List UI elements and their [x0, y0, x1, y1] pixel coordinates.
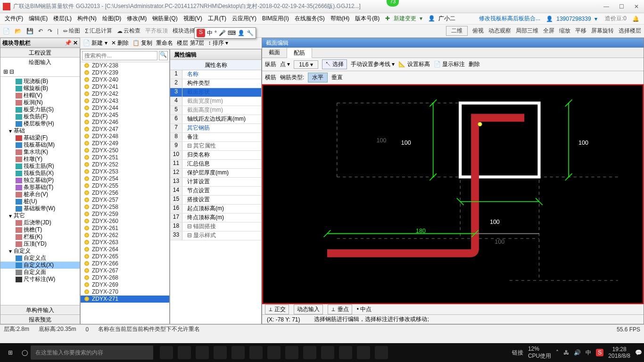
new-change-button[interactable]: ✚ 新建变更 ▾: [383, 14, 424, 24]
tab-draw-input[interactable]: 绘图输入: [0, 57, 80, 66]
tree-item[interactable]: 基础梁(F): [0, 134, 80, 141]
ime-floating-bar[interactable]: S 中 ° 🎤 ⌨ 👤 🔧: [194, 27, 256, 39]
task-icon[interactable]: [160, 346, 173, 359]
component-item[interactable]: ZDYX-260: [81, 218, 169, 225]
prop-row[interactable]: 12 保护层厚度(mm): [170, 169, 261, 178]
task-icon[interactable]: [231, 346, 245, 359]
menu-tools[interactable]: 工具(T): [206, 14, 228, 24]
task-icon[interactable]: [267, 346, 281, 359]
prop-row[interactable]: 7 其它钢筋: [170, 124, 261, 133]
single-component-input[interactable]: 单构件输入: [0, 305, 80, 314]
component-item[interactable]: ZDYX-271: [81, 296, 169, 303]
task-icon[interactable]: [375, 346, 388, 359]
prop-row[interactable]: 4 截面宽度(mm): [170, 97, 261, 106]
component-item[interactable]: ZDYX-242: [81, 90, 169, 98]
component-item[interactable]: ZDYX-241: [81, 83, 169, 90]
component-item[interactable]: ZDYX-251: [81, 154, 169, 161]
component-item[interactable]: ZDYX-250: [81, 147, 169, 154]
component-item[interactable]: ZDYX-266: [81, 260, 169, 267]
bell-icon[interactable]: 🔔: [630, 15, 641, 23]
component-item[interactable]: ZDYX-257: [81, 197, 169, 204]
component-item[interactable]: ZDYX-267: [81, 267, 169, 274]
component-item[interactable]: ZDYX-243: [81, 98, 169, 105]
local3d-button[interactable]: 局部三维: [516, 27, 538, 35]
tree-item[interactable]: 板洞(N): [0, 99, 80, 106]
tree-item[interactable]: 后浇带(JD): [0, 219, 80, 226]
tree-item[interactable]: 楼层板带(H): [0, 120, 80, 127]
component-item[interactable]: ZDYX-248: [81, 133, 169, 140]
close-button[interactable]: ✕: [632, 3, 641, 10]
minimize-button[interactable]: —: [602, 3, 611, 10]
prop-row[interactable]: 5 截面高度(mm): [170, 106, 261, 115]
tree-item[interactable]: 独立基础(P): [0, 177, 80, 184]
ime-mic-icon[interactable]: 🎤: [219, 30, 226, 36]
component-item[interactable]: ZDYX-270: [81, 288, 169, 296]
component-item[interactable]: ZDYX-246: [81, 119, 169, 126]
menu-draw[interactable]: 绘图(D): [100, 14, 124, 24]
component-item[interactable]: ZDYX-263: [81, 239, 169, 246]
tab-section[interactable]: 截面: [262, 48, 287, 58]
new-file-button[interactable]: 📄: [3, 28, 10, 34]
tree-item[interactable]: 自定义面: [0, 269, 80, 276]
component-item[interactable]: ZDYX-249: [81, 140, 169, 147]
tree-item[interactable]: 栏板(K): [0, 233, 80, 240]
tree-item[interactable]: 螺旋板(B): [0, 85, 80, 92]
view-2d-dropdown[interactable]: 二维: [446, 26, 468, 36]
menu-rebar[interactable]: 钢筋量(Q): [150, 14, 179, 24]
ortho-button[interactable]: ⊥ 正交: [265, 304, 289, 314]
tree-item[interactable]: 筏板负筋(X): [0, 170, 80, 177]
search-input[interactable]: [82, 51, 157, 60]
show-anno-button[interactable]: 📄 显示标注: [434, 60, 465, 68]
component-item[interactable]: ZDYX-253: [81, 168, 169, 175]
ime-keyboard-icon[interactable]: ⌨: [228, 30, 236, 36]
pan-button[interactable]: 平移: [575, 27, 586, 35]
report-preview[interactable]: 报表预览: [0, 314, 80, 324]
menu-version[interactable]: 版本号(B): [353, 14, 381, 24]
vertical-button[interactable]: 垂直: [331, 74, 343, 82]
select-button[interactable]: ↖ 选择: [322, 59, 347, 69]
menu-file[interactable]: 文件(F): [3, 14, 25, 24]
component-item[interactable]: ZDYX-245: [81, 112, 169, 119]
component-item[interactable]: ZDYX-264: [81, 246, 169, 253]
menu-modify[interactable]: 修改(M): [125, 14, 149, 24]
fullscreen-button[interactable]: 全屏: [543, 27, 554, 35]
open-file-button[interactable]: 📂: [15, 28, 22, 34]
maximize-button[interactable]: ☐: [617, 3, 626, 10]
ime-s-icon[interactable]: S: [197, 29, 205, 37]
tree-toolbar-icon[interactable]: ⊞ ⊟: [3, 68, 14, 75]
component-item[interactable]: ZDYX-240: [81, 76, 169, 83]
menu-online[interactable]: 在线服务(S): [293, 14, 327, 24]
prop-row[interactable]: 3 截面形状: [170, 88, 261, 97]
menu-cloud[interactable]: 云应用(Y): [230, 14, 258, 24]
component-item[interactable]: ZDYX-252: [81, 161, 169, 168]
rename-button[interactable]: 重命名: [156, 39, 173, 47]
tree-item[interactable]: 自定义线(X): [0, 262, 80, 269]
ime-tool-icon[interactable]: 🔧: [247, 30, 254, 36]
module-select-button[interactable]: 模块选择: [173, 27, 195, 35]
sort-button[interactable]: ↕ 排序 ▾: [208, 39, 228, 47]
new-button[interactable]: 📄 新建 ▾: [83, 39, 107, 47]
user-dropdown[interactable]: 👤 广小二: [426, 14, 459, 24]
prop-table[interactable]: 1 名称2 构件类型3 截面形状4 截面宽度(mm)5 截面高度(mm)6 轴线…: [170, 70, 261, 324]
tree-item[interactable]: 桩承台(V): [0, 191, 80, 198]
save-button[interactable]: 💾: [26, 28, 33, 34]
sum-button[interactable]: Σ 汇总计算: [85, 27, 112, 35]
prop-row[interactable]: 11 汇总信息: [170, 160, 261, 169]
tree-item[interactable]: 条形基础(T): [0, 184, 80, 191]
prop-row[interactable]: 17 终点顶标高(m): [170, 214, 261, 222]
delete-button[interactable]: ✕ 删除: [111, 39, 129, 47]
component-item[interactable]: ZDYX-262: [81, 232, 169, 239]
menu-help[interactable]: 帮助(H): [329, 14, 352, 24]
tree-item[interactable]: 尺寸标注(W): [0, 276, 80, 283]
tree-item[interactable]: 柱墩(Y): [0, 156, 80, 163]
tray-s-icon[interactable]: S: [596, 349, 603, 356]
menu-bim[interactable]: BIM应用(I): [260, 14, 291, 24]
taskbar-search[interactable]: 在这里输入你要搜索的内容: [31, 346, 153, 360]
task-icon[interactable]: [285, 346, 298, 359]
align-button[interactable]: 平齐板顶: [145, 27, 168, 35]
component-list[interactable]: ZDYX-238ZDYX-239ZDYX-240ZDYX-241ZDYX-242…: [81, 62, 169, 324]
component-item[interactable]: ZDYX-268: [81, 274, 169, 281]
midpoint-button[interactable]: • 中点: [357, 305, 372, 313]
prop-row[interactable]: 14 节点设置: [170, 187, 261, 196]
phone-link[interactable]: 👤 13907298339 ▾: [544, 15, 599, 23]
